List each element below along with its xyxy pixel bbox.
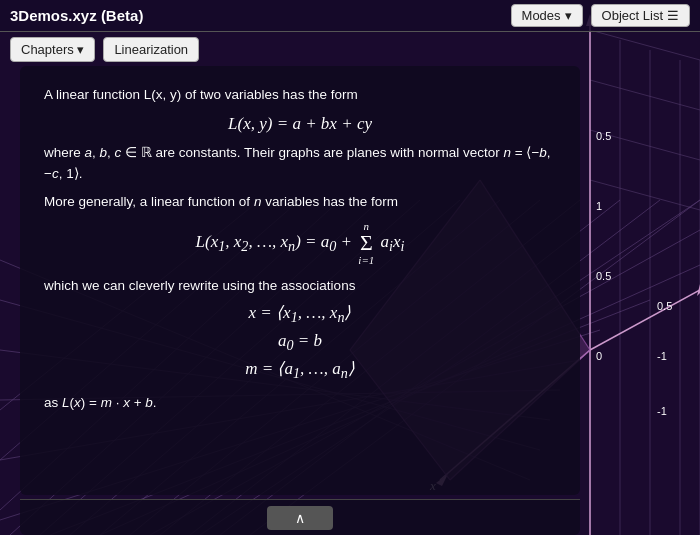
sigma-block: n Σ i=1 <box>358 220 374 266</box>
app-title: 3Demos.xyz (Beta) <box>10 7 143 24</box>
object-list-button[interactable]: Object List ☰ <box>591 4 690 27</box>
formula2-block: L(x1, x2, …, xn) = a0 + n Σ i=1 aixi <box>44 220 556 266</box>
object-list-label: Object List <box>602 8 663 23</box>
linearization-label: Linearization <box>114 42 188 57</box>
which-text: which we can cleverly rewrite using the … <box>44 275 556 297</box>
svg-text:0: 0 <box>596 350 602 362</box>
assoc1: x = ⟨x1, …, xn⟩ <box>249 303 352 322</box>
second-bar: Chapters ▾ Linearization <box>0 32 700 66</box>
svg-text:-1: -1 <box>657 405 667 417</box>
formula2: L(x1, x2, …, xn) = a0 + n Σ i=1 aixi <box>195 220 404 266</box>
svg-text:0.5: 0.5 <box>596 270 611 282</box>
chapters-arrow: ▾ <box>77 42 84 57</box>
collapse-button[interactable]: ∧ <box>267 506 333 530</box>
where-text: where a, b, c ∈ ℝ are constants. Their g… <box>44 142 556 185</box>
svg-text:0.5: 0.5 <box>596 130 611 142</box>
formula1-block: L(x, y) = a + bx + cy <box>44 114 556 134</box>
object-list-icon: ☰ <box>667 8 679 23</box>
as-text: as L(x) = m · x + b. <box>44 392 556 414</box>
modes-button[interactable]: Modes ▾ <box>511 4 583 27</box>
top-bar: 3Demos.xyz (Beta) Modes ▾ Object List ☰ <box>0 0 700 32</box>
more-generally-text: More generally, a linear function of n v… <box>44 191 556 213</box>
chapters-button[interactable]: Chapters ▾ <box>10 37 95 62</box>
content-panel: A linear function L(x, y) of two variabl… <box>20 66 580 495</box>
assoc2-block: a0 = b <box>44 331 556 354</box>
formula1: L(x, y) = a + bx + cy <box>228 114 372 133</box>
modes-label: Modes <box>522 8 561 23</box>
assoc2: a0 = b <box>278 331 322 350</box>
modes-arrow: ▾ <box>565 8 572 23</box>
svg-text:1: 1 <box>596 200 602 212</box>
intro-text: A linear function L(x, y) of two variabl… <box>44 84 556 106</box>
collapse-bar: ∧ <box>20 499 580 535</box>
svg-text:0.5: 0.5 <box>657 300 672 312</box>
top-bar-buttons: Modes ▾ Object List ☰ <box>511 4 690 27</box>
assoc1-block: x = ⟨x1, …, xn⟩ <box>44 302 556 326</box>
assoc3: m = ⟨a1, …, an⟩ <box>245 359 355 378</box>
linearization-button[interactable]: Linearization <box>103 37 199 62</box>
collapse-label: ∧ <box>295 510 305 526</box>
svg-text:-1: -1 <box>657 350 667 362</box>
assoc3-block: m = ⟨a1, …, an⟩ <box>44 358 556 382</box>
chapters-label: Chapters <box>21 42 74 57</box>
